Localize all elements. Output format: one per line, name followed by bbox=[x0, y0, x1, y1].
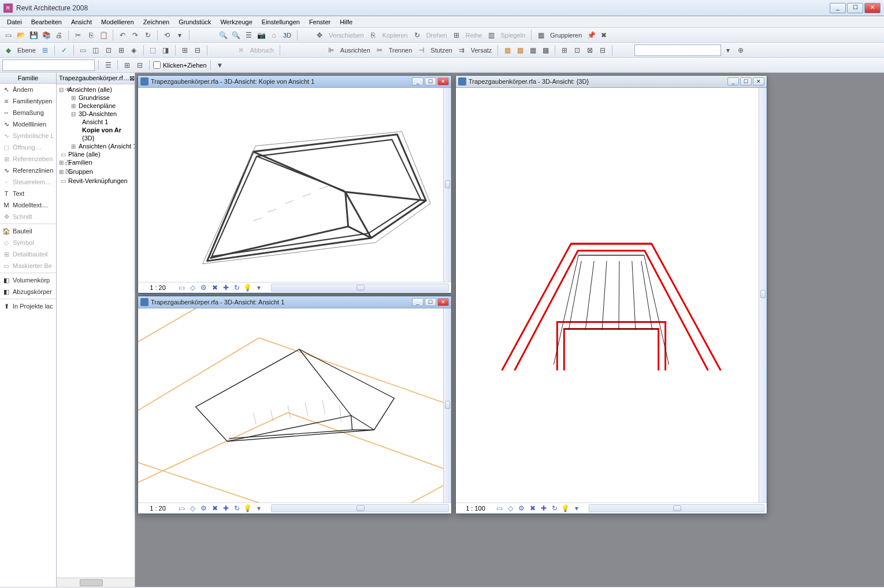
t4-icon[interactable]: ⊞ bbox=[116, 44, 127, 56]
tree-item[interactable]: ⊟ 👁Ansichten (alle) bbox=[58, 85, 133, 94]
level-label[interactable]: Ebene bbox=[15, 47, 38, 54]
s-icon[interactable]: ▾ bbox=[572, 504, 581, 512]
sidebar-item[interactable]: ↔Bemaßung bbox=[0, 107, 56, 118]
tree-item[interactable]: ⊞Deckenpläne bbox=[58, 102, 133, 110]
close-button[interactable]: ✕ bbox=[437, 77, 449, 85]
split-icon[interactable]: ✂ bbox=[374, 44, 385, 56]
s-icon[interactable]: 💡 bbox=[561, 504, 570, 512]
t3-icon[interactable]: ⊡ bbox=[103, 44, 114, 56]
max-button[interactable]: ☐ bbox=[425, 77, 436, 85]
sidebar-item[interactable]: ∿Referenzlinien bbox=[0, 165, 56, 176]
s-icon[interactable]: ◇ bbox=[188, 284, 197, 292]
new-icon[interactable]: ▭ bbox=[2, 29, 14, 41]
menu-item[interactable]: Einstellungen bbox=[257, 17, 304, 27]
close-button[interactable]: ✕ bbox=[864, 3, 881, 13]
menu-item[interactable]: Grundstück bbox=[174, 17, 216, 27]
sidebar-item[interactable]: ↖Ändern bbox=[0, 84, 56, 95]
s-icon[interactable]: ✚ bbox=[539, 504, 548, 512]
tree-item[interactable]: {3D} bbox=[58, 134, 133, 142]
trim-label[interactable]: Stutzen bbox=[428, 47, 454, 54]
close-button[interactable]: ✕ bbox=[437, 298, 449, 306]
s-icon[interactable]: ↻ bbox=[232, 284, 241, 292]
s-icon[interactable]: ✚ bbox=[221, 504, 230, 513]
max-button[interactable]: ☐ bbox=[740, 77, 752, 85]
hscroll[interactable] bbox=[589, 504, 764, 512]
b7-icon[interactable]: ⊠ bbox=[584, 44, 596, 56]
s-icon[interactable]: ⚙ bbox=[199, 504, 208, 513]
clickdrag-checkbox[interactable] bbox=[153, 61, 161, 69]
camera-icon[interactable]: 📷 bbox=[255, 29, 267, 41]
menu-item[interactable]: Ansicht bbox=[66, 17, 96, 27]
tree-item[interactable]: Kopie von Ar bbox=[58, 126, 133, 134]
save-icon[interactable]: 💾 bbox=[28, 29, 39, 41]
menu-item[interactable]: Modellieren bbox=[96, 17, 139, 27]
filter-icon[interactable]: ▾ bbox=[722, 44, 734, 56]
cut-icon[interactable]: ✂ bbox=[72, 29, 84, 41]
s-icon[interactable]: ▾ bbox=[254, 504, 263, 513]
offset-icon[interactable]: ⇉ bbox=[456, 44, 467, 56]
s-icon[interactable]: ⚙ bbox=[199, 284, 208, 292]
vscroll[interactable] bbox=[443, 88, 451, 282]
s-icon[interactable]: ▭ bbox=[177, 504, 186, 513]
undo-icon[interactable]: ↶ bbox=[117, 29, 128, 41]
max-button[interactable]: ☐ bbox=[425, 298, 436, 306]
s-icon[interactable]: ▭ bbox=[177, 284, 186, 292]
s-icon[interactable]: ✖ bbox=[210, 284, 219, 292]
scale-label[interactable]: 1 : 20 bbox=[140, 284, 175, 291]
sidebar-item[interactable]: TText bbox=[0, 188, 56, 199]
viewport[interactable] bbox=[456, 88, 767, 502]
vscroll[interactable] bbox=[443, 308, 451, 503]
tree-item[interactable]: ⊞Ansichten (Ansicht 1 bbox=[58, 142, 133, 150]
sidebar-item[interactable]: ◧Abzugskörper bbox=[0, 286, 56, 297]
sidebar-item[interactable]: ∿Modelllinien bbox=[0, 118, 56, 130]
open-icon[interactable]: 📂 bbox=[15, 29, 27, 41]
menu-item[interactable]: Zeichnen bbox=[139, 17, 174, 27]
menu-item[interactable]: Hilfe bbox=[335, 17, 357, 27]
tree-item[interactable]: ⊞Grundrisse bbox=[58, 94, 133, 102]
min-button[interactable]: _ bbox=[412, 298, 424, 306]
hscroll[interactable] bbox=[271, 504, 449, 512]
project-tree[interactable]: ⊟ 👁Ansichten (alle)⊞Grundrisse⊞Deckenplä… bbox=[57, 84, 135, 578]
s-icon[interactable]: ✚ bbox=[221, 284, 230, 292]
drop-icon[interactable]: ▾ bbox=[174, 29, 185, 41]
b1-icon[interactable]: ▦ bbox=[502, 44, 513, 56]
t9-icon[interactable]: ⊟ bbox=[192, 44, 203, 56]
sidebar-item[interactable]: ◧Volumenkörp bbox=[0, 274, 56, 286]
grid-icon[interactable]: ⊞ bbox=[39, 44, 51, 56]
scale-label[interactable]: 1 : 100 bbox=[458, 505, 493, 512]
close-button[interactable]: ✕ bbox=[753, 77, 764, 85]
min-button[interactable]: _ bbox=[412, 77, 424, 85]
tree-item[interactable]: ⊟3D-Ansichten bbox=[58, 110, 133, 118]
b3-icon[interactable]: ▦ bbox=[527, 44, 538, 56]
browser-tab[interactable]: Trapezgaubenkörper.rf…⊠ bbox=[57, 73, 135, 84]
zoom-icon[interactable]: 🔍 bbox=[217, 29, 229, 41]
align-icon[interactable]: ⊫ bbox=[325, 44, 337, 56]
view-title[interactable]: Trapezgaubenkörper.rfa - 3D-Ansicht: Ans… bbox=[138, 296, 451, 308]
print-icon[interactable]: 🖨 bbox=[53, 29, 65, 41]
sync-icon[interactable]: ⟲ bbox=[161, 29, 173, 41]
t2-icon[interactable]: ◫ bbox=[90, 44, 102, 56]
sidebar-item[interactable]: ⬆In Projekte lac bbox=[0, 300, 56, 312]
menu-item[interactable]: Werkzeuge bbox=[216, 17, 257, 27]
3d-label[interactable]: 3D bbox=[281, 32, 294, 39]
s-icon[interactable]: 💡 bbox=[243, 504, 252, 513]
paste-icon[interactable]: 📋 bbox=[98, 29, 109, 41]
t7-icon[interactable]: ◨ bbox=[160, 44, 172, 56]
menu-item[interactable]: Fenster bbox=[304, 17, 335, 27]
s-icon[interactable]: ✖ bbox=[528, 504, 537, 512]
redo2-icon[interactable]: ↻ bbox=[142, 29, 154, 41]
zoomfit-icon[interactable]: 🔍 bbox=[230, 29, 242, 41]
viewport[interactable] bbox=[138, 88, 451, 282]
viewport[interactable] bbox=[138, 308, 451, 503]
b2-icon[interactable]: ▩ bbox=[514, 44, 526, 56]
offset-label[interactable]: Versatz bbox=[469, 47, 495, 54]
view-title[interactable]: Trapezgaubenkörper.rfa - 3D-Ansicht: {3D… bbox=[456, 76, 767, 88]
s-icon[interactable]: ◇ bbox=[188, 504, 197, 513]
tree-item[interactable]: ▭Revit-Verknüpfungen bbox=[58, 177, 133, 185]
filter-combo[interactable] bbox=[634, 44, 721, 56]
saveall-icon[interactable]: 📚 bbox=[40, 29, 52, 41]
funnel-icon[interactable]: ▼ bbox=[214, 59, 226, 71]
vscroll[interactable] bbox=[759, 88, 767, 502]
s-icon[interactable]: ◇ bbox=[506, 504, 515, 512]
level-icon[interactable]: ◆ bbox=[2, 44, 14, 56]
